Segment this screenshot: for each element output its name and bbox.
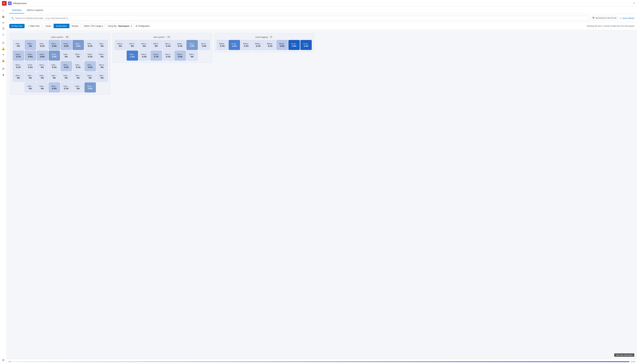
pod-tile[interactable]: cilium-...0.3%: [85, 61, 96, 71]
pod-tile[interactable]: kube-...0%: [13, 40, 24, 50]
pod-tile[interactable]: cilium-...0.1%: [13, 61, 24, 71]
pod-value: 1.2%: [130, 56, 135, 58]
pod-tile[interactable]: cilium-...0%: [13, 72, 24, 82]
map-view-button[interactable]: ⊞ Map View: [9, 24, 25, 28]
pod-value: 0%: [119, 45, 122, 47]
sidebar-icon-alerts[interactable]: 🔔: [1, 46, 6, 51]
pod-value: 0.1%: [268, 45, 272, 47]
pod-tile[interactable]: cilium-...0.5%: [49, 82, 60, 92]
type-tab-kubernetes[interactable]: Kubernetes: [54, 24, 70, 28]
pod-tile[interactable]: istio-tr...0%: [186, 50, 198, 60]
pods-row: cilium-...0.1%cored...0.1%etcd-o...0%kub…: [13, 61, 108, 71]
pod-tile[interactable]: grafan...0.1%: [175, 40, 186, 50]
pod-tile[interactable]: metric...0.3%: [61, 40, 72, 50]
pod-tile[interactable]: filebea...0.1%: [264, 40, 276, 50]
search-input[interactable]: [15, 17, 586, 20]
expand-icon[interactable]: ⤢: [633, 2, 635, 5]
pod-tile[interactable]: prome...0.7%: [151, 50, 162, 60]
pod-name: filebea...: [217, 43, 227, 45]
pod-tile[interactable]: filebea...0.1%: [253, 40, 264, 50]
metric-dropdown[interactable]: Metric: CPU Usage ▾: [82, 24, 105, 28]
pod-tile[interactable]: es-clu...2.9%: [288, 40, 300, 50]
pod-tile[interactable]: kibana...0.4%: [276, 40, 288, 50]
pod-tile[interactable]: cilium-...0.4%: [49, 40, 60, 50]
pod-tile[interactable]: istio-p...0.2%: [198, 40, 210, 50]
pod-tile[interactable]: istio-ci...0.1%: [163, 50, 174, 60]
view-site-info[interactable]: View site information: [614, 354, 634, 357]
pod-tile[interactable]: kube-...0%: [61, 50, 72, 60]
pod-tile[interactable]: kiali-S...0%: [151, 40, 162, 50]
pod-tile[interactable]: kube-...0.1%: [73, 61, 84, 71]
pod-tile[interactable]: metric...0.9%: [49, 50, 60, 60]
pod-tile[interactable]: metric...0.6%: [37, 50, 48, 60]
pod-tile[interactable]: kube-...0%: [37, 82, 48, 92]
sidebar-icon-apm[interactable]: ≋: [1, 20, 6, 25]
pod-tile[interactable]: cilium-...0.8%: [73, 40, 84, 50]
pod-tile[interactable]: istio-g...0.9%: [186, 40, 198, 50]
pod-tile[interactable]: cilium-...0.9%: [85, 82, 96, 92]
pod-tile[interactable]: kube-...0%: [61, 72, 72, 82]
pods-grid: istio-in...0%istio-in...0%istio-in...0%k…: [115, 40, 210, 60]
pod-tile[interactable]: istio-in...0%: [139, 40, 150, 50]
pod-value: 0.7%: [154, 56, 158, 58]
pod-tile[interactable]: istio-in...0%: [115, 40, 126, 50]
topbar: K D Infrastructure ⤢: [0, 0, 637, 7]
pod-tile[interactable]: kube-...0%: [49, 72, 60, 82]
pod-tile[interactable]: istio-t...1.2%: [127, 50, 138, 60]
pod-tile[interactable]: kube-...0%: [25, 82, 36, 92]
pod-tile[interactable]: istio-si...0.5%: [175, 50, 186, 60]
pod-tile[interactable]: filebea...0.1%: [241, 40, 252, 50]
sidebar-icon-ml[interactable]: ✦: [1, 52, 6, 57]
type-tab-hosts[interactable]: Hosts: [43, 24, 54, 28]
tab-metrics-explorer[interactable]: Metrics explorer: [24, 7, 46, 14]
sidebar-icon-settings[interactable]: ⚙: [1, 357, 6, 363]
pod-tile[interactable]: cilium-...0.3%: [61, 61, 72, 71]
pod-tile[interactable]: cilium-...0%: [73, 50, 84, 60]
date-display[interactable]: 📅 08/10/2019 5:06:26 PM: [590, 16, 618, 20]
pod-tile[interactable]: metric...0.7%: [13, 50, 24, 60]
pod-tile[interactable]: filebea...0.1%: [217, 40, 228, 50]
pod-tile[interactable]: kube-...0.1%: [37, 40, 48, 50]
pod-name: es-clu...: [289, 43, 299, 45]
pod-tile[interactable]: istio-in...0%: [127, 40, 138, 50]
pod-tile[interactable]: etcd-o...0%: [37, 61, 48, 71]
pod-tile[interactable]: kube-...0%: [97, 72, 108, 82]
sidebar-icon-infrastructure[interactable]: ⬡: [1, 32, 6, 37]
pod-tile[interactable]: cored...0.1%: [25, 61, 36, 71]
pod-tile[interactable]: kube-...0%: [25, 72, 36, 82]
sidebar-icon-home[interactable]: ⌂: [1, 8, 6, 13]
sidebar-icon-uptime[interactable]: ◎: [1, 40, 6, 45]
pod-tile[interactable]: istio-pi...0.2%: [139, 50, 150, 60]
sidebar-icon-maps[interactable]: ◈: [1, 72, 6, 77]
configuration-button[interactable]: ⚙ Configuration: [136, 25, 150, 27]
pod-tile[interactable]: cilium-...1%: [25, 40, 36, 50]
table-view-button[interactable]: ≡ Table View: [26, 24, 42, 28]
sidebar-icon-dashboard[interactable]: ▦: [1, 14, 6, 19]
sidebar-icon-security[interactable]: 🔒: [1, 58, 6, 63]
pod-tile[interactable]: kube-...0.1%: [49, 61, 60, 71]
pod-name: etcd-o...: [38, 64, 47, 66]
sidebar-icon-dev[interactable]: ⚙: [1, 66, 6, 71]
pod-tile[interactable]: cored...0.1%: [85, 50, 96, 60]
search-bar[interactable]: 🔍: [9, 16, 588, 20]
type-tab-docker[interactable]: Docker: [69, 24, 81, 28]
groupby-dropdown[interactable]: Group By: Namespace ▾: [106, 24, 134, 28]
pod-tile[interactable]: istio-in...0.1%: [163, 40, 174, 50]
pod-tile[interactable]: kube-...0%: [97, 40, 108, 50]
auto-refresh-button[interactable]: ▷ Auto-refresh: [620, 17, 634, 20]
pod-tile[interactable]: tiller-d...0%: [97, 61, 108, 71]
pod-tile[interactable]: cilium-...0%: [85, 72, 96, 82]
pod-tile[interactable]: metric...0.6%: [25, 50, 36, 60]
pods-row: filebea...0.1%es-clu...1.4%filebea...0.1…: [217, 40, 312, 50]
pod-tile[interactable]: kube-...0%: [37, 72, 48, 82]
search-icon: 🔍: [11, 17, 14, 20]
pod-tile[interactable]: cilium-...0%: [97, 50, 108, 60]
pod-tile[interactable]: kube-...0.1%: [61, 82, 72, 92]
pod-tile[interactable]: kube-...0.1%: [85, 40, 96, 50]
sidebar-icon-logs[interactable]: ☰: [1, 26, 6, 31]
pod-tile[interactable]: es-clu...2.4%: [300, 40, 312, 50]
pod-tile[interactable]: kube-...0%: [73, 72, 84, 82]
pod-tile[interactable]: kube-...0%: [73, 82, 84, 92]
tab-inventory[interactable]: Inventory: [9, 7, 24, 14]
pod-tile[interactable]: es-clu...1.4%: [229, 40, 240, 50]
